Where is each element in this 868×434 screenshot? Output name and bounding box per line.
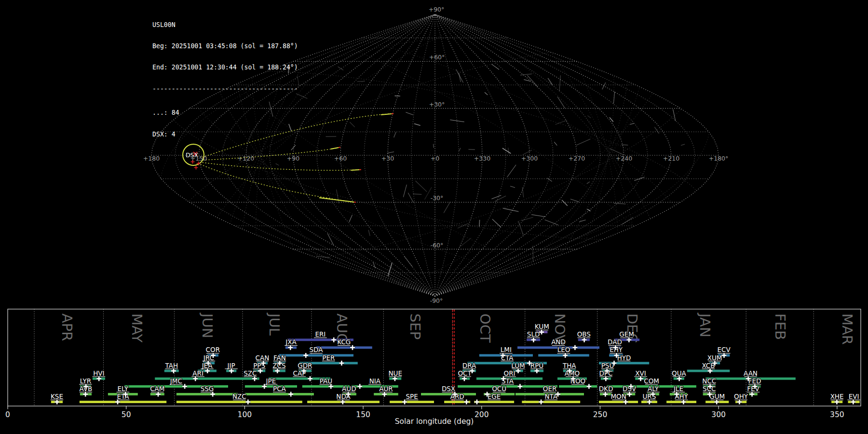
lon-label: +120 (238, 155, 254, 162)
meteor-dash (495, 196, 506, 202)
peak-marker-NOO (586, 384, 591, 389)
shower-label-NIA: NIA (369, 377, 381, 385)
meteor-dash (491, 195, 501, 199)
shower-label-ECV: ECV (718, 346, 731, 353)
shower-label-ALY: ALY (648, 385, 659, 393)
peak-marker-JMC (182, 384, 187, 389)
meteor-dash (387, 152, 394, 153)
meteor-dash (291, 145, 296, 150)
meteor-dash (587, 209, 591, 211)
meteor-dash (630, 123, 634, 124)
shower-label-AMO: AMO (565, 369, 580, 377)
meteor-dash (350, 122, 354, 127)
dsx-count-line: DSX: 4 (152, 131, 298, 138)
shower-bar-PCA (245, 393, 314, 395)
shower-label-RPU: RPU (530, 362, 543, 369)
meteor-dash (548, 78, 552, 85)
dsx-track-dotted (201, 164, 353, 202)
meteor-dash (524, 80, 530, 81)
meteor-dash (469, 149, 475, 150)
x-tick-label: 150 (356, 410, 370, 419)
shower-label-JXA: JXA (285, 338, 297, 346)
meteor-dash (520, 74, 532, 75)
meteor-dash (557, 97, 565, 108)
lat-label: +30° (429, 101, 445, 108)
peak-marker-XHE (834, 400, 839, 405)
dsx-track-tip (339, 147, 340, 148)
shower-label-ELY: ELY (118, 385, 129, 393)
meteor-dash (654, 127, 659, 134)
lat-label: -30° (431, 194, 444, 202)
meteor-dash (485, 93, 488, 95)
x-tick-label: 300 (711, 410, 726, 419)
shower-bar-SPE (390, 401, 434, 403)
meteor-dash (414, 123, 420, 125)
shower-bar-ARI (155, 378, 241, 380)
meteor-dash (554, 142, 557, 145)
month-label: MAR (839, 313, 855, 345)
peak-marker-AHY (681, 400, 686, 405)
peak-marker-EGE (475, 400, 479, 405)
lon-label: +0 (431, 155, 439, 162)
shower-label-KUM: KUM (535, 323, 549, 330)
begin-time-line: Beg: 20251001 03:45:08 (sol = 187.88°) (152, 43, 298, 50)
lat-label: +60° (429, 54, 445, 61)
meteor-dash (404, 256, 413, 267)
x-tick-label: 250 (593, 410, 608, 419)
month-label: JAN (697, 312, 713, 338)
meteor-dash (503, 208, 518, 212)
lon-label: +90 (287, 155, 299, 162)
shower-label-CAN: CAN (256, 354, 270, 362)
lon-label: +180 (143, 155, 160, 162)
shower-label-LEO: LEO (557, 346, 570, 353)
x-tick-label: 200 (475, 410, 489, 419)
meteor-dash (338, 67, 343, 70)
meteor-dash (394, 132, 396, 137)
meteor-dash (406, 112, 413, 115)
shower-label-THA: THA (562, 362, 576, 369)
peak-marker-SDA (303, 353, 308, 358)
month-label: JUN (199, 312, 216, 338)
shower-label-DAD: DAD (608, 338, 622, 346)
shower-bar-NTA (522, 401, 580, 403)
month-label: DEC (624, 313, 640, 343)
lon-label: +30 (381, 155, 394, 162)
lon-label: +330 (474, 155, 490, 162)
meteor-dash (610, 149, 624, 155)
meteor-dash (459, 148, 461, 151)
shower-label-AUR: AUR (379, 385, 393, 393)
shower-label-OBS: OBS (577, 330, 591, 338)
shower-label-SDA: SDA (310, 346, 324, 353)
shower-label-KCG: KCG (337, 338, 351, 346)
month-label: APR (59, 313, 75, 341)
lon-label: +300 (521, 155, 538, 162)
meteor-dash (492, 219, 501, 227)
station-id: USL00N (152, 22, 298, 29)
shower-label-SSG: SSG (201, 385, 214, 393)
end-time-line: End: 20251001 12:30:44 (sol = 188.24°) (152, 64, 298, 71)
shower-label-OER: OER (543, 385, 557, 393)
shower-label-COM: COM (644, 377, 659, 385)
peak-marker-GUM (714, 400, 719, 405)
meteor-dash (531, 215, 545, 217)
shower-label-PCA: PCA (273, 385, 286, 393)
shower-label-JIP: JIP (227, 362, 235, 369)
shower-bar-MON (599, 401, 638, 403)
dsx-track-solid (381, 114, 392, 115)
shower-label-NCC: NCC (702, 377, 716, 385)
shower-label-LYR: LYR (80, 377, 91, 385)
shower-label-JMC: JMC (170, 377, 182, 385)
month-label: SEP (407, 313, 423, 339)
meteor-dash (337, 190, 339, 204)
meteor-dash (562, 200, 568, 206)
month-label: MAY (129, 313, 145, 343)
shower-label-TAH: TAH (165, 362, 178, 369)
meteor-dash (521, 217, 533, 221)
shower-label-ERI: ERI (315, 330, 326, 338)
peak-marker-ARD (464, 400, 469, 405)
meteor-dash (622, 145, 628, 145)
x-tick-label: 0 (5, 410, 10, 419)
shower-bar-DSX (421, 393, 476, 395)
observation-info-panel: USL00N Beg: 20251001 03:45:08 (sol = 187… (152, 7, 298, 145)
shower-label-SPE: SPE (406, 393, 418, 400)
